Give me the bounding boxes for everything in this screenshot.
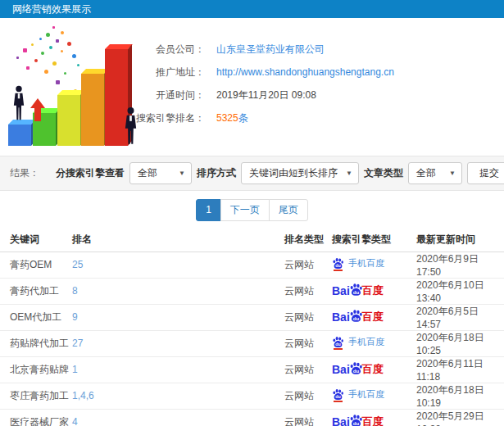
engine-type-cell: du 手机百度	[332, 383, 416, 409]
result-label: 结果：	[10, 166, 39, 180]
keyword-cell: OEM代加工	[0, 304, 72, 330]
chart-bar-3	[57, 95, 80, 146]
col-updated: 最新更新时间	[416, 229, 504, 252]
search-rank-unit: 条	[238, 112, 248, 124]
promotion-url-link[interactable]: http://www.shandonghuangshengtang.cn	[216, 66, 394, 78]
last-page-button[interactable]: 尾页	[269, 199, 308, 221]
page-1-button[interactable]: 1	[196, 199, 221, 221]
next-page-button[interactable]: 下一页	[220, 199, 270, 221]
rank-type-cell: 云网站	[284, 252, 332, 278]
field-search-rank: 搜索引擎排名： 5325条	[123, 106, 394, 129]
chevron-down-icon: ▼	[346, 170, 352, 177]
mobile-baidu-label: 手机百度	[348, 336, 384, 348]
baidu-paw-icon: du	[332, 257, 344, 270]
updated-time-cell: 2020年6月5日 14:57	[416, 304, 504, 330]
baidu-paw-icon: du	[349, 414, 363, 426]
engine-type-cell: du 手机百度	[332, 252, 416, 278]
rank-cell[interactable]: 4	[72, 409, 284, 426]
chart-bar-4	[81, 74, 104, 146]
rank-type-cell: 云网站	[284, 383, 332, 409]
table-row: 药贴牌代加工27云网站 du 手机百度 2020年6月18日 10:25	[0, 330, 504, 356]
baidu-paw-icon: du	[332, 336, 344, 348]
businessman-left-icon	[11, 85, 26, 125]
page-header: 网络营销效果展示	[0, 0, 504, 18]
field-company: 会员公司： 山东皇圣堂药业有限公司	[123, 38, 394, 61]
rank-cell[interactable]: 1,4,6	[72, 383, 284, 409]
engine-type-cell: Bai du 百度	[332, 304, 416, 330]
baidu-paw-icon: du	[349, 361, 363, 375]
mobile-baidu-label: 手机百度	[348, 257, 384, 270]
sort-filter-label: 排序方式	[197, 166, 236, 180]
engine-type-cell: Bai du 百度	[332, 409, 416, 426]
field-open-time: 开通时间： 2019年11月20日 09:08	[123, 84, 394, 106]
chevron-down-icon: ▼	[449, 170, 456, 177]
updated-time-cell: 2020年6月18日 10:19	[416, 383, 504, 409]
mobile-baidu-badge: du 手机百度	[332, 388, 384, 401]
open-time-label: 开通时间：	[123, 88, 205, 102]
updated-time-cell: 2020年5月29日 10:32	[416, 409, 504, 426]
engine-filter-label: 分搜索引擎查看	[56, 166, 125, 180]
company-link[interactable]: 山东皇圣堂药业有限公司	[216, 43, 325, 57]
submit-button[interactable]: 提交	[467, 162, 504, 184]
baidu-paw-icon: du	[349, 309, 363, 323]
rank-type-cell: 云网站	[284, 278, 332, 304]
open-time-value: 2019年11月20日 09:08	[216, 88, 316, 102]
mobile-baidu-badge: du 手机百度	[332, 257, 384, 270]
info-section: 会员公司： 山东皇圣堂药业有限公司 推广地址： http://www.shand…	[0, 18, 504, 156]
article-type-select[interactable]: 全部 ▼	[408, 162, 462, 184]
filter-bar: 结果： 分搜索引擎查看 全部 ▼ 排序方式 关键词由短到长排序 ▼ 文章类型 全…	[0, 156, 504, 191]
engine-select-value: 全部	[138, 166, 157, 180]
table-row: 膏药代加工8云网站 Bai du 百度 2020年6月10日 13:40	[0, 278, 504, 304]
svg-text:du: du	[353, 368, 360, 373]
company-info: 会员公司： 山东皇圣堂药业有限公司 推广地址： http://www.shand…	[123, 38, 394, 129]
svg-text:du: du	[335, 342, 340, 347]
table-row: 北京膏药贴牌1云网站 Bai du 百度 2020年6月11日 11:18	[0, 356, 504, 383]
rank-cell[interactable]: 27	[72, 330, 284, 356]
rank-cell[interactable]: 1	[72, 356, 284, 383]
keyword-cell: 北京膏药贴牌	[0, 356, 72, 383]
field-url: 推广地址： http://www.shandonghuangshengtang.…	[123, 61, 394, 84]
rank-cell[interactable]: 25	[72, 252, 284, 278]
table-row: 枣庄膏药加工1,4,6云网站 du 手机百度 2020年6月18日 10:19	[0, 383, 504, 409]
col-keyword: 关键词	[0, 229, 72, 252]
keyword-cell: 医疗器械厂家	[0, 409, 72, 426]
baidu-paw-icon: du	[349, 283, 363, 297]
rank-cell[interactable]: 9	[72, 304, 284, 330]
pagination: 1 下一页 尾页	[0, 191, 504, 229]
svg-text:du: du	[353, 420, 360, 425]
page-title: 网络营销效果展示	[12, 3, 91, 15]
svg-text:du: du	[335, 263, 340, 268]
rank-cell[interactable]: 8	[72, 278, 284, 304]
updated-time-cell: 2020年6月10日 13:40	[416, 278, 504, 304]
results-table: 关键词 排名 排名类型 搜索引擎类型 最新更新时间 膏药OEM25云网站 du …	[0, 229, 504, 426]
mobile-baidu-icon: du	[332, 336, 344, 348]
rank-type-cell: 云网站	[284, 330, 332, 356]
mobile-baidu-label: 手机百度	[348, 388, 384, 401]
keyword-cell: 膏药OEM	[0, 252, 72, 278]
col-engine-type: 搜索引擎类型	[332, 229, 416, 252]
engine-select[interactable]: 全部 ▼	[129, 162, 192, 184]
table-body: 膏药OEM25云网站 du 手机百度 2020年6月9日 17:50膏药代加工8…	[0, 252, 504, 426]
table-row: 医疗器械厂家4云网站 Bai du 百度 2020年5月29日 10:32	[0, 409, 504, 426]
company-label: 会员公司：	[123, 43, 205, 57]
rank-type-cell: 云网站	[284, 356, 332, 383]
chart-bar-1	[8, 125, 31, 146]
search-rank-label: 搜索引擎排名：	[123, 111, 205, 125]
up-arrow-icon	[30, 98, 45, 121]
baidu-logo: Bai du 百度	[332, 414, 384, 426]
mobile-baidu-badge: du 手机百度	[332, 336, 384, 348]
sort-select[interactable]: 关键词由短到长排序 ▼	[241, 162, 359, 184]
sort-select-value: 关键词由短到长排序	[249, 166, 338, 180]
mobile-baidu-icon: du	[332, 257, 344, 270]
keyword-cell: 药贴牌代加工	[0, 330, 72, 356]
svg-text:du: du	[335, 394, 340, 399]
rank-type-cell: 云网站	[284, 409, 332, 426]
updated-time-cell: 2020年6月11日 11:18	[416, 356, 504, 383]
table-row: 膏药OEM25云网站 du 手机百度 2020年6月9日 17:50	[0, 252, 504, 278]
engine-type-cell: Bai du 百度	[332, 356, 416, 383]
keyword-cell: 膏药代加工	[0, 278, 72, 304]
updated-time-cell: 2020年6月18日 10:25	[416, 330, 504, 356]
svg-text:du: du	[353, 315, 360, 320]
baidu-logo: Bai du 百度	[332, 309, 384, 326]
article-type-select-value: 全部	[416, 166, 436, 180]
